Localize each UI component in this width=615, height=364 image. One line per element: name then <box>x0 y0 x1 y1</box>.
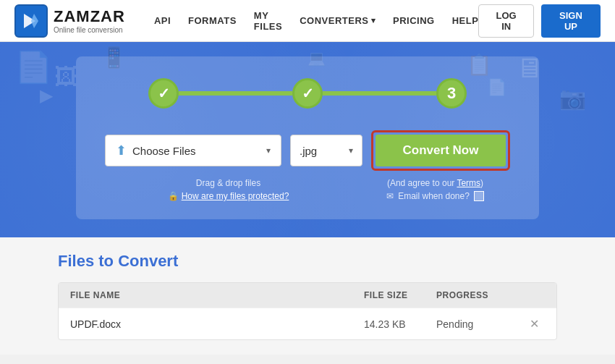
email-checkbox[interactable] <box>474 191 484 201</box>
drag-drop-text: Drag & drop files <box>105 178 352 188</box>
bg-icon-6: 📷 <box>559 85 586 111</box>
protection-info: 🔒 How are my files protected? <box>105 191 352 201</box>
row-filename: UPDF.docx <box>70 318 364 330</box>
navbar: ZAMZAR Online file conversion API FORMAT… <box>0 0 615 42</box>
step-3: 3 <box>436 78 467 109</box>
nav-formats[interactable]: FORMATS <box>188 15 237 26</box>
logo-name: ZAMZAR <box>54 7 125 26</box>
logo-icon <box>14 4 48 38</box>
converter-card: 3 ⬆ Choose Files ▾ .jpg ▾ Convert Now <box>76 56 539 219</box>
format-select[interactable]: .jpg ▾ <box>290 135 362 166</box>
step-connector-1 <box>179 91 292 96</box>
row-filesize: 14.23 KB <box>364 318 436 330</box>
choose-files-label: Choose Files <box>132 145 196 157</box>
convert-now-button[interactable]: Convert Now <box>376 135 506 166</box>
bg-icon-4: ▶ <box>40 85 53 106</box>
logo: ZAMZAR Online file conversion <box>14 4 125 38</box>
protection-link[interactable]: How are my files protected? <box>182 191 289 201</box>
sub-info-row: Drag & drop files 🔒 How are my files pro… <box>105 178 510 201</box>
files-table: FILE NAME FILE SIZE PROGRESS UPDF.docx 1… <box>58 282 557 340</box>
steps-container: 3 <box>105 78 510 109</box>
header-action <box>523 290 545 300</box>
nav-pricing[interactable]: PRICING <box>393 15 435 26</box>
nav-api[interactable]: API <box>154 15 171 26</box>
format-label: .jpg <box>300 145 317 157</box>
header-filesize: FILE SIZE <box>364 290 436 300</box>
row-progress: Pending <box>436 318 523 330</box>
format-arrow: ▾ <box>349 145 353 156</box>
files-title-plain: Files to <box>58 252 118 270</box>
bg-icon-2: 🖼 <box>54 64 77 90</box>
steps-inner: 3 <box>105 78 510 109</box>
nav-help[interactable]: HELP <box>452 15 479 26</box>
logo-tagline: Online file conversion <box>54 26 125 34</box>
row-close-button[interactable]: ✕ <box>523 317 545 331</box>
table-row: UPDF.docx 14.23 KB Pending ✕ <box>59 308 556 339</box>
svg-marker-1 <box>31 14 38 28</box>
terms-suffix: ) <box>480 178 483 188</box>
step-2 <box>292 78 323 109</box>
file-info-left: Drag & drop files 🔒 How are my files pro… <box>105 178 352 201</box>
email-row: ✉ Email when done? <box>360 191 510 201</box>
logo-text: ZAMZAR Online file conversion <box>54 7 125 34</box>
login-button[interactable]: LOG IN <box>478 4 534 38</box>
nav-converters[interactable]: CONVERTERS <box>300 15 376 26</box>
header-progress: PROGRESS <box>436 290 523 300</box>
step-connector-2 <box>323 91 436 96</box>
header-filename: FILE NAME <box>70 290 364 300</box>
bg-icon-1: 📄 <box>14 49 52 85</box>
upload-icon: ⬆ <box>116 143 127 158</box>
terms-prefix: (And agree to our <box>387 178 457 188</box>
choose-files-button[interactable]: ⬆ Choose Files ▾ <box>105 135 281 166</box>
terms-text: (And agree to our Terms) <box>360 178 510 188</box>
controls-row: ⬆ Choose Files ▾ .jpg ▾ Convert Now <box>105 130 510 171</box>
convert-button-wrapper: Convert Now <box>371 130 510 171</box>
table-header: FILE NAME FILE SIZE PROGRESS <box>59 283 556 308</box>
files-title-colored: Convert <box>118 252 178 270</box>
email-label: Email when done? <box>398 191 470 201</box>
step-1 <box>148 78 179 109</box>
email-icon: ✉ <box>386 191 394 201</box>
lock-icon: 🔒 <box>168 191 179 201</box>
files-section: Files to Convert FILE NAME FILE SIZE PRO… <box>0 237 615 355</box>
terms-link[interactable]: Terms <box>457 178 480 188</box>
convert-info-right: (And agree to our Terms) ✉ Email when do… <box>360 178 510 201</box>
files-title: Files to Convert <box>58 252 557 271</box>
nav-links: API FORMATS MY FILES CONVERTERS PRICING … <box>154 10 478 32</box>
nav-myfiles[interactable]: MY FILES <box>254 10 282 32</box>
hero-section: 📄 🖼 📱 ▶ 🖥 📷 📋 📄 💻 3 ⬆ Choose Files <box>0 42 615 237</box>
signup-button[interactable]: SIGN UP <box>541 4 601 38</box>
nav-actions: LOG IN SIGN UP <box>478 4 601 38</box>
choose-files-arrow: ▾ <box>266 145 271 156</box>
